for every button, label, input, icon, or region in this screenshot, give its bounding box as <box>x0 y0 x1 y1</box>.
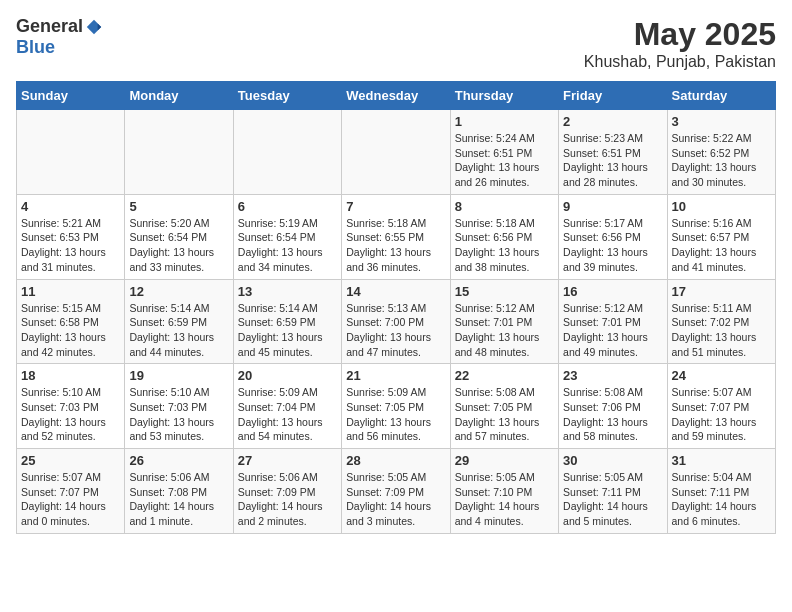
day-cell-15: 15Sunrise: 5:12 AM Sunset: 7:01 PM Dayli… <box>450 279 558 364</box>
day-cell-18: 18Sunrise: 5:10 AM Sunset: 7:03 PM Dayli… <box>17 364 125 449</box>
day-detail-17: Sunrise: 5:11 AM Sunset: 7:02 PM Dayligh… <box>672 301 771 360</box>
day-detail-9: Sunrise: 5:17 AM Sunset: 6:56 PM Dayligh… <box>563 216 662 275</box>
empty-cell <box>233 110 341 195</box>
day-number-21: 21 <box>346 368 445 383</box>
day-cell-10: 10Sunrise: 5:16 AM Sunset: 6:57 PM Dayli… <box>667 194 775 279</box>
day-number-3: 3 <box>672 114 771 129</box>
day-number-19: 19 <box>129 368 228 383</box>
day-cell-23: 23Sunrise: 5:08 AM Sunset: 7:06 PM Dayli… <box>559 364 667 449</box>
day-cell-30: 30Sunrise: 5:05 AM Sunset: 7:11 PM Dayli… <box>559 449 667 534</box>
day-number-5: 5 <box>129 199 228 214</box>
logo: General Blue <box>16 16 103 58</box>
day-cell-28: 28Sunrise: 5:05 AM Sunset: 7:09 PM Dayli… <box>342 449 450 534</box>
day-detail-19: Sunrise: 5:10 AM Sunset: 7:03 PM Dayligh… <box>129 385 228 444</box>
day-cell-20: 20Sunrise: 5:09 AM Sunset: 7:04 PM Dayli… <box>233 364 341 449</box>
day-cell-8: 8Sunrise: 5:18 AM Sunset: 6:56 PM Daylig… <box>450 194 558 279</box>
empty-cell <box>17 110 125 195</box>
day-cell-2: 2Sunrise: 5:23 AM Sunset: 6:51 PM Daylig… <box>559 110 667 195</box>
day-number-10: 10 <box>672 199 771 214</box>
week-row-3: 11Sunrise: 5:15 AM Sunset: 6:58 PM Dayli… <box>17 279 776 364</box>
day-cell-29: 29Sunrise: 5:05 AM Sunset: 7:10 PM Dayli… <box>450 449 558 534</box>
day-number-13: 13 <box>238 284 337 299</box>
day-cell-7: 7Sunrise: 5:18 AM Sunset: 6:55 PM Daylig… <box>342 194 450 279</box>
day-cell-27: 27Sunrise: 5:06 AM Sunset: 7:09 PM Dayli… <box>233 449 341 534</box>
day-number-27: 27 <box>238 453 337 468</box>
header-saturday: Saturday <box>667 82 775 110</box>
day-cell-26: 26Sunrise: 5:06 AM Sunset: 7:08 PM Dayli… <box>125 449 233 534</box>
day-detail-24: Sunrise: 5:07 AM Sunset: 7:07 PM Dayligh… <box>672 385 771 444</box>
day-number-17: 17 <box>672 284 771 299</box>
page-header: General Blue May 2025 Khushab, Punjab, P… <box>16 16 776 71</box>
svg-marker-1 <box>98 23 102 30</box>
day-cell-31: 31Sunrise: 5:04 AM Sunset: 7:11 PM Dayli… <box>667 449 775 534</box>
day-detail-7: Sunrise: 5:18 AM Sunset: 6:55 PM Dayligh… <box>346 216 445 275</box>
day-number-22: 22 <box>455 368 554 383</box>
day-detail-4: Sunrise: 5:21 AM Sunset: 6:53 PM Dayligh… <box>21 216 120 275</box>
week-row-1: 1Sunrise: 5:24 AM Sunset: 6:51 PM Daylig… <box>17 110 776 195</box>
day-detail-8: Sunrise: 5:18 AM Sunset: 6:56 PM Dayligh… <box>455 216 554 275</box>
day-number-9: 9 <box>563 199 662 214</box>
subtitle: Khushab, Punjab, Pakistan <box>584 53 776 71</box>
day-cell-12: 12Sunrise: 5:14 AM Sunset: 6:59 PM Dayli… <box>125 279 233 364</box>
day-cell-21: 21Sunrise: 5:09 AM Sunset: 7:05 PM Dayli… <box>342 364 450 449</box>
header-wednesday: Wednesday <box>342 82 450 110</box>
day-cell-24: 24Sunrise: 5:07 AM Sunset: 7:07 PM Dayli… <box>667 364 775 449</box>
day-number-18: 18 <box>21 368 120 383</box>
day-cell-6: 6Sunrise: 5:19 AM Sunset: 6:54 PM Daylig… <box>233 194 341 279</box>
title-area: May 2025 Khushab, Punjab, Pakistan <box>584 16 776 71</box>
week-row-2: 4Sunrise: 5:21 AM Sunset: 6:53 PM Daylig… <box>17 194 776 279</box>
day-number-16: 16 <box>563 284 662 299</box>
logo-text-general: General <box>16 16 83 37</box>
day-cell-22: 22Sunrise: 5:08 AM Sunset: 7:05 PM Dayli… <box>450 364 558 449</box>
day-number-29: 29 <box>455 453 554 468</box>
day-number-26: 26 <box>129 453 228 468</box>
week-row-4: 18Sunrise: 5:10 AM Sunset: 7:03 PM Dayli… <box>17 364 776 449</box>
day-number-11: 11 <box>21 284 120 299</box>
calendar-table: SundayMondayTuesdayWednesdayThursdayFrid… <box>16 81 776 534</box>
week-row-5: 25Sunrise: 5:07 AM Sunset: 7:07 PM Dayli… <box>17 449 776 534</box>
day-number-24: 24 <box>672 368 771 383</box>
day-detail-1: Sunrise: 5:24 AM Sunset: 6:51 PM Dayligh… <box>455 131 554 190</box>
header-sunday: Sunday <box>17 82 125 110</box>
header-thursday: Thursday <box>450 82 558 110</box>
day-cell-4: 4Sunrise: 5:21 AM Sunset: 6:53 PM Daylig… <box>17 194 125 279</box>
day-detail-26: Sunrise: 5:06 AM Sunset: 7:08 PM Dayligh… <box>129 470 228 529</box>
day-number-15: 15 <box>455 284 554 299</box>
day-number-20: 20 <box>238 368 337 383</box>
day-detail-25: Sunrise: 5:07 AM Sunset: 7:07 PM Dayligh… <box>21 470 120 529</box>
day-number-28: 28 <box>346 453 445 468</box>
day-detail-6: Sunrise: 5:19 AM Sunset: 6:54 PM Dayligh… <box>238 216 337 275</box>
day-cell-25: 25Sunrise: 5:07 AM Sunset: 7:07 PM Dayli… <box>17 449 125 534</box>
day-detail-16: Sunrise: 5:12 AM Sunset: 7:01 PM Dayligh… <box>563 301 662 360</box>
day-detail-28: Sunrise: 5:05 AM Sunset: 7:09 PM Dayligh… <box>346 470 445 529</box>
day-cell-14: 14Sunrise: 5:13 AM Sunset: 7:00 PM Dayli… <box>342 279 450 364</box>
day-cell-3: 3Sunrise: 5:22 AM Sunset: 6:52 PM Daylig… <box>667 110 775 195</box>
main-title: May 2025 <box>584 16 776 53</box>
header-friday: Friday <box>559 82 667 110</box>
day-cell-19: 19Sunrise: 5:10 AM Sunset: 7:03 PM Dayli… <box>125 364 233 449</box>
day-detail-23: Sunrise: 5:08 AM Sunset: 7:06 PM Dayligh… <box>563 385 662 444</box>
day-detail-22: Sunrise: 5:08 AM Sunset: 7:05 PM Dayligh… <box>455 385 554 444</box>
day-detail-21: Sunrise: 5:09 AM Sunset: 7:05 PM Dayligh… <box>346 385 445 444</box>
day-detail-3: Sunrise: 5:22 AM Sunset: 6:52 PM Dayligh… <box>672 131 771 190</box>
day-cell-11: 11Sunrise: 5:15 AM Sunset: 6:58 PM Dayli… <box>17 279 125 364</box>
day-cell-9: 9Sunrise: 5:17 AM Sunset: 6:56 PM Daylig… <box>559 194 667 279</box>
day-number-8: 8 <box>455 199 554 214</box>
day-number-30: 30 <box>563 453 662 468</box>
day-number-12: 12 <box>129 284 228 299</box>
day-number-1: 1 <box>455 114 554 129</box>
day-detail-31: Sunrise: 5:04 AM Sunset: 7:11 PM Dayligh… <box>672 470 771 529</box>
day-detail-30: Sunrise: 5:05 AM Sunset: 7:11 PM Dayligh… <box>563 470 662 529</box>
day-detail-14: Sunrise: 5:13 AM Sunset: 7:00 PM Dayligh… <box>346 301 445 360</box>
day-detail-2: Sunrise: 5:23 AM Sunset: 6:51 PM Dayligh… <box>563 131 662 190</box>
day-number-31: 31 <box>672 453 771 468</box>
day-cell-5: 5Sunrise: 5:20 AM Sunset: 6:54 PM Daylig… <box>125 194 233 279</box>
empty-cell <box>342 110 450 195</box>
logo-icon <box>85 18 103 36</box>
empty-cell <box>125 110 233 195</box>
day-detail-15: Sunrise: 5:12 AM Sunset: 7:01 PM Dayligh… <box>455 301 554 360</box>
day-cell-1: 1Sunrise: 5:24 AM Sunset: 6:51 PM Daylig… <box>450 110 558 195</box>
day-detail-12: Sunrise: 5:14 AM Sunset: 6:59 PM Dayligh… <box>129 301 228 360</box>
day-detail-29: Sunrise: 5:05 AM Sunset: 7:10 PM Dayligh… <box>455 470 554 529</box>
day-number-23: 23 <box>563 368 662 383</box>
